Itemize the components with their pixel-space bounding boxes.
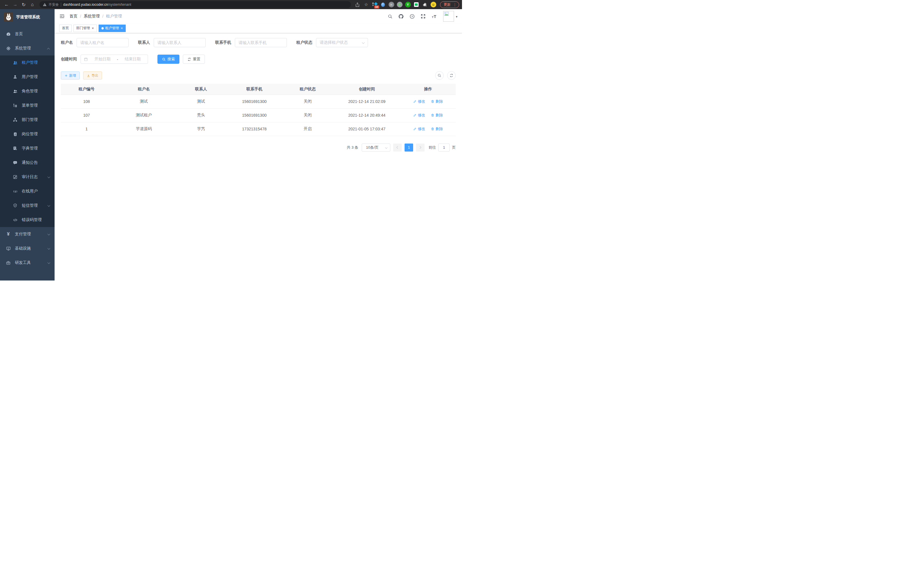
code-icon [13, 217, 18, 223]
browser-back-button[interactable]: ← [3, 1, 10, 8]
col-created: 创建时间 [333, 84, 400, 95]
table-row: 108 测试 测试 15601691300 关闭 2021-12-14 21:0… [61, 95, 456, 108]
sidebar-item-payment[interactable]: ¥ 支付管理 [0, 227, 55, 241]
github-icon[interactable] [398, 14, 404, 19]
sidebar-collapse-icon[interactable] [59, 14, 65, 19]
extension-command-icon[interactable]: ⌘ [388, 2, 394, 8]
font-size-icon[interactable]: TT [431, 14, 437, 19]
dashboard-icon [6, 32, 11, 37]
next-page-button[interactable] [416, 144, 424, 152]
sidebar-item-notice[interactable]: 通知公告 [0, 156, 55, 170]
address-bar[interactable]: 不安全 dashboard.yudao.iocoder.cn/system/te… [39, 1, 351, 8]
extension-balloon-icon[interactable] [380, 2, 386, 8]
refresh-button[interactable] [447, 71, 456, 80]
sidebar-item-sms[interactable]: 短信管理 [0, 199, 55, 213]
sidebar-item-error-code[interactable]: 错误码管理 [0, 213, 55, 227]
header-search-icon[interactable] [388, 14, 393, 19]
page-size-select[interactable]: 10条/页 [362, 144, 390, 152]
delete-link[interactable]: 删除 [431, 126, 443, 132]
dictionary-icon [13, 146, 18, 151]
user-group-icon [13, 89, 18, 94]
top-navbar: 首页 / 系统管理 / 租户管理 ? [55, 9, 462, 23]
search-button[interactable]: 搜索 [158, 55, 179, 64]
tab-home[interactable]: 首页 [59, 25, 72, 32]
sidebar-item-label: 通知公告 [22, 160, 38, 165]
tab-close-icon[interactable]: × [92, 26, 94, 30]
system-submenu: 租户管理 用户管理 角色管理 [0, 56, 55, 227]
browser-forward-button[interactable]: → [11, 1, 19, 8]
user-avatar-menu[interactable]: ▾ [443, 11, 458, 22]
extension-chat-icon[interactable] [413, 2, 419, 8]
table-tools [435, 71, 456, 80]
fullscreen-icon[interactable] [421, 14, 426, 19]
browser-reload-button[interactable]: ↻ [20, 1, 27, 8]
table-row: 1 芋道源码 芋艿 17321315478 开启 2021-01-05 17:0… [61, 122, 456, 136]
id-badge-icon [13, 132, 18, 137]
reset-button[interactable]: 重置 [183, 55, 205, 64]
goto-page-input[interactable] [438, 144, 450, 152]
sidebar-item-post[interactable]: 岗位管理 [0, 127, 55, 141]
main-panel: 首页 / 系统管理 / 租户管理 ? [55, 9, 462, 281]
edit-link[interactable]: 修改 [413, 99, 425, 104]
filter-row-1: 租户名 联系人 联系手机 租户状态 请选择租户状态 [61, 38, 456, 47]
sidebar-item-dept[interactable]: 部门管理 [0, 113, 55, 127]
page-unit-label: 页 [452, 145, 456, 150]
tab-close-icon[interactable]: × [121, 26, 123, 30]
cell-tenant-name: 测试租户 [112, 108, 176, 122]
edit-link[interactable]: 修改 [413, 126, 425, 132]
cell-status: 开启 [282, 122, 333, 136]
sidebar-item-home[interactable]: 首页 [0, 27, 55, 41]
edit-link[interactable]: 修改 [413, 113, 425, 118]
bookmark-star-icon[interactable]: ☆ [363, 2, 369, 8]
extension-pixel-icon[interactable]: 10 [372, 2, 378, 8]
app-logo-link[interactable]: 芋道管理系统 [0, 9, 55, 25]
extension-smiley-icon[interactable]: ☺ [430, 2, 436, 8]
toggle-search-button[interactable] [435, 71, 444, 80]
sidebar-item-dev-tools[interactable]: 研发工具 [0, 256, 55, 270]
browser-menu-kebab-icon[interactable]: ⋮ [453, 3, 457, 7]
filter-phone: 联系手机 [215, 38, 287, 47]
prev-page-button[interactable] [393, 144, 402, 152]
browser-home-button[interactable]: ⌂ [28, 1, 36, 8]
tenant-name-input[interactable] [76, 38, 129, 47]
browser-toolbar: ← → ↻ ⌂ 不安全 dashboard.yudao.iocoder.cn/s… [0, 0, 462, 9]
contact-input[interactable] [154, 38, 206, 47]
sidebar-item-audit-log[interactable]: 审计日志 [0, 170, 55, 184]
add-button[interactable]: 新增 [61, 71, 80, 80]
filter-create-time: 创建时间 开始日期 - 结束日期 [61, 55, 148, 64]
app-title: 芋道管理系统 [16, 15, 40, 20]
date-range-picker[interactable]: 开始日期 - 结束日期 [81, 55, 148, 64]
browser-update-button[interactable]: 更新 ⋮ [440, 2, 459, 8]
pagination-total: 共 3 条 [347, 145, 358, 150]
extension-y-icon[interactable]: Y [405, 2, 411, 8]
extensions-puzzle-icon[interactable] [422, 2, 428, 8]
tab-dept[interactable]: 部门管理 × [74, 25, 97, 32]
sidebar-item-label: 研发工具 [15, 260, 31, 265]
cell-operations: 修改 删除 [400, 122, 456, 136]
toolbox-icon [6, 260, 11, 265]
sidebar-item-dict[interactable]: 字典管理 [0, 141, 55, 156]
share-icon[interactable] [354, 2, 361, 8]
help-icon[interactable]: ? [410, 14, 415, 19]
sidebar-item-tenant[interactable]: 租户管理 [0, 56, 55, 70]
col-phone: 联系手机 [226, 84, 282, 95]
sidebar-item-user[interactable]: 用户管理 [0, 70, 55, 84]
breadcrumb-system[interactable]: 系统管理 [84, 14, 100, 19]
sidebar-item-online-user[interactable]: 在线用户 [0, 184, 55, 199]
tab-tenant[interactable]: 租户管理 × [99, 25, 126, 32]
delete-link[interactable]: 删除 [431, 113, 443, 118]
sidebar-item-label: 审计日志 [22, 174, 38, 180]
sidebar-item-system[interactable]: 系统管理 [0, 41, 55, 56]
breadcrumb-home[interactable]: 首页 [69, 14, 77, 19]
delete-link[interactable]: 删除 [431, 99, 443, 104]
phone-input[interactable] [235, 38, 287, 47]
extension-recorder-icon[interactable] [397, 2, 403, 8]
sidebar-item-menu[interactable]: 菜单管理 [0, 98, 55, 113]
omnibox-divider [61, 3, 61, 7]
status-select-placeholder: 请选择租户状态 [320, 40, 348, 45]
sidebar-item-role[interactable]: 角色管理 [0, 84, 55, 98]
status-select[interactable]: 请选择租户状态 [316, 38, 368, 47]
export-button[interactable]: 导出 [83, 71, 102, 80]
cell-operations: 修改 删除 [400, 95, 456, 108]
sidebar-item-infrastructure[interactable]: 基础设施 [0, 241, 55, 256]
